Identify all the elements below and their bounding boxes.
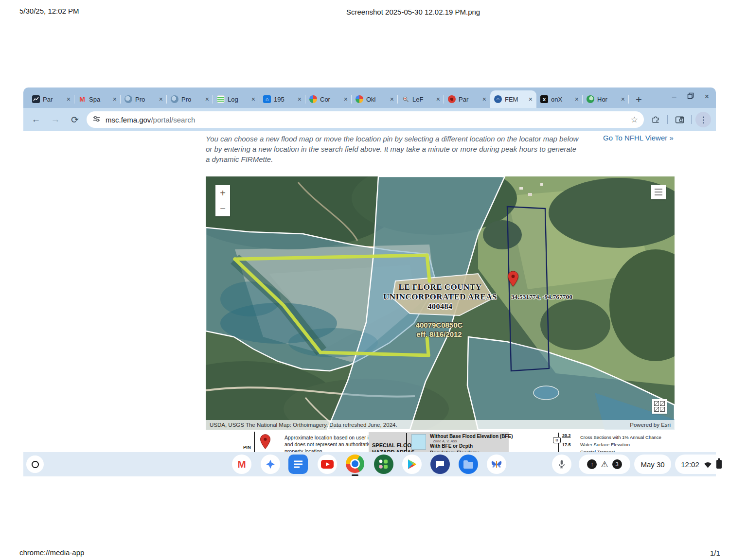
tab-pro-2[interactable]: Pro × [167,90,213,108]
bookmark-star-icon[interactable]: ☆ [631,115,638,125]
zoom-in-button[interactable]: + [220,188,226,199]
globe-favicon-icon [171,95,178,103]
without-bfe-label: Without Base Flood Elevation (BFE) [430,434,513,439]
butterfly-app-icon[interactable] [487,455,506,474]
tab-par-2[interactable]: Par × [444,90,490,108]
tab-close-icon[interactable]: × [621,95,625,103]
county-line1: LE FLORE COUNTY [352,282,529,292]
gmail-app-icon[interactable]: M [232,455,251,474]
tab-close-icon[interactable]: × [575,95,579,103]
zoom-out-button[interactable]: − [220,203,226,214]
tab-close-icon[interactable]: × [159,95,163,103]
battery-icon [716,460,722,469]
reload-icon[interactable]: ⟳ [67,112,83,127]
update-arrow-icon: ↑ [587,459,597,469]
wse-label: Water Surface Elevation [580,442,630,447]
chrome-app-icon[interactable] [346,455,364,473]
powered-by-esri: Powered by Esri [630,422,671,428]
launcher-icon [32,461,39,468]
new-tab-button[interactable]: + [636,94,642,105]
document-favicon-icon [217,95,225,103]
shelf-date-pill[interactable]: May 30 [634,455,671,474]
shelf-time: 12:02 [681,460,699,469]
assistant-app-icon[interactable] [261,455,280,474]
chromeos-shelf: M [23,452,716,476]
map-menu-button[interactable] [651,185,666,199]
tab-label: Log [228,96,249,103]
wifi-icon [703,460,712,469]
youtube-app-icon[interactable] [318,455,337,474]
cross-sections-label: Cross Sections with 1% Annual Chance [580,435,661,440]
play-store-app-icon[interactable] [402,455,422,474]
messages-app-icon[interactable] [430,455,450,474]
browser-menu-icon[interactable]: ⋮ [695,112,711,127]
tab-label: Hor [597,96,618,103]
tab-label: onX [551,96,572,103]
tab-close-icon[interactable]: × [251,95,255,103]
tab-fema-active[interactable]: FEM × [490,90,536,108]
restore-button[interactable] [687,92,694,101]
close-window-button[interactable]: × [705,92,709,101]
tab-close-icon[interactable]: × [67,95,71,103]
pinwheel-favicon-icon [309,95,317,103]
tab-close-icon[interactable]: × [436,95,440,103]
minimize-button[interactable]: – [672,92,676,101]
chart-favicon-icon [32,95,40,103]
browser-toolbar: ← → ⟳ msc.fema.gov/portal/search ☆ ⋮ [23,108,716,131]
tab-close-icon[interactable]: × [482,95,486,103]
red-badge-favicon-icon [448,95,456,103]
extensions-icon[interactable] [648,112,663,127]
tab-spa[interactable]: M Spa × [74,90,121,108]
shelf-time-tray[interactable]: 12:02 [675,455,728,474]
green-shapes-app-icon[interactable] [374,455,393,474]
print-source-url: chrome://media-app [19,548,84,557]
tab-log[interactable]: Log × [213,90,259,108]
tab-close-icon[interactable]: × [390,95,394,103]
tab-label: Par [459,96,480,103]
pinwheel-favicon-icon [356,95,363,103]
forward-icon[interactable]: → [48,112,63,127]
back-icon[interactable]: ← [28,112,44,127]
toolbar-divider [667,115,668,124]
printed-screenshot-page: 5/30/25, 12:02 PM Screenshot 2025-05-30 … [0,0,747,560]
panel-effective-date: eff. 8/16/2012 [391,330,488,339]
files-app-icon[interactable] [459,455,478,474]
wse-value: 17.5 [562,442,571,447]
tab-lef[interactable]: LeF × [398,90,444,108]
toolbar-divider [691,115,692,124]
chromeos-screenshot: Par × M Spa × Pro × Pro × Log × [23,88,716,476]
zillow-favicon-icon: ⌂ [263,95,271,103]
gmail-favicon-icon: M [78,95,86,103]
tab-close-icon[interactable]: × [344,95,348,103]
tab-par-1[interactable]: Par × [28,90,74,108]
chrome-logo-core [352,460,358,467]
nfhl-viewer-link[interactable]: Go To NFHL Viewer » [603,134,674,142]
notification-count-badge: 3 [612,459,622,469]
tab-okl[interactable]: Okl × [352,90,398,108]
tab-cor[interactable]: Cor × [305,90,352,108]
green-circle-favicon-icon [587,95,594,103]
shelf-date: May 30 [640,460,664,469]
dictation-mic-button[interactable] [552,455,571,474]
tab-195[interactable]: ⌂ 195 × [259,90,305,108]
location-pin-icon[interactable] [507,271,519,289]
site-info-icon[interactable] [92,115,101,125]
tab-label: LeF [412,96,433,103]
url-bar[interactable]: msc.fema.gov/portal/search ☆ [87,111,644,128]
print-filename: Screenshot 2025-05-30 12.02.19 PM.png [346,8,480,16]
tab-close-icon[interactable]: × [113,95,117,103]
tab-close-icon[interactable]: × [298,95,302,103]
tab-close-icon[interactable]: × [529,95,533,103]
tab-hor[interactable]: Hor × [583,90,629,108]
basemap-grid-icon[interactable] [652,399,667,414]
tab-label: Okl [366,96,387,103]
tab-pro-1[interactable]: Pro × [121,90,167,108]
tab-close-icon[interactable]: × [205,95,209,103]
shelf-status-cluster[interactable]: ↑ ⚠ 3 [579,455,630,474]
locator-map[interactable]: + − LE FLORE COUNTY UNINCORPORATED AREAS… [206,176,675,430]
search-favicon-icon [402,95,409,103]
tab-onx[interactable]: x onX × [536,90,583,108]
docs-app-icon[interactable] [288,455,308,474]
side-search-icon[interactable] [672,112,687,127]
launcher-button[interactable] [26,455,44,473]
